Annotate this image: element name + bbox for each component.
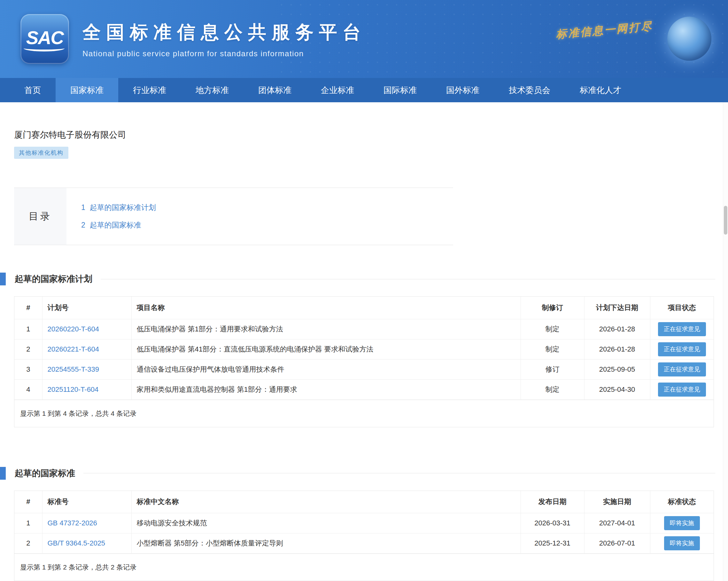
plan-no-link[interactable]: 20260220-T-604 [48,325,99,333]
project-name: 低压电涌保护器 第1部分：通用要求和试验方法 [131,319,521,339]
company-title: 厦门赛尔特电子股份有限公司 [14,129,714,141]
standard-no-link[interactable]: GB 47372-2026 [48,519,97,527]
main-nav: 首页 国家标准 行业标准 地方标准 团体标准 企业标准 国际标准 国外标准 技术… [0,78,728,102]
scrollbar-track[interactable] [723,78,728,581]
section-standards-heading: 起草的国家标准 [0,467,715,480]
row-index: 4 [15,379,42,399]
col-index: # [15,296,42,319]
toc-item-number: 2 [81,221,85,230]
site-title-cn: 全国标准信息公共服务平台 [82,20,366,45]
publish-date: 2025-12-31 [521,533,584,554]
nav-technical-committees[interactable]: 技术委员会 [494,78,565,102]
table-row: 2 GB/T 9364.5-2025 小型熔断器 第5部分：小型熔断体质量评定导… [15,533,713,554]
plans-record-count: 显示第 1 到第 4 条记录，总共 4 条记录 [15,400,713,427]
sac-logo: SAC [21,14,69,64]
revision-type: 修订 [521,359,584,379]
col-revision-type: 制修订 [521,296,584,319]
issue-date: 2026-01-28 [584,339,650,359]
col-index: # [15,491,42,513]
toc-item-plans: 1 起草的国家标准计划 [81,199,156,216]
nav-industry-standards[interactable]: 行业标准 [118,78,181,102]
plans-header-row: # 计划号 项目名称 制修订 计划下达日期 项目状态 [15,296,713,319]
col-publish-date: 发布日期 [521,491,584,513]
standard-name: 移动电源安全技术规范 [131,513,521,533]
nav-standardization-talent[interactable]: 标准化人才 [565,78,636,102]
nav-international-standards[interactable]: 国际标准 [369,78,432,102]
main-content: 厦门赛尔特电子股份有限公司 其他标准化机构 目录 1 起草的国家标准计划 2 起… [0,129,728,581]
issue-date: 2025-09-05 [584,359,650,379]
revision-type: 制定 [521,319,584,339]
revision-type: 制定 [521,339,584,359]
nav-enterprise-standards[interactable]: 企业标准 [306,78,369,102]
status-badge: 正在征求意见 [658,342,706,356]
project-name: 通信设备过电压保护用气体放电管通用技术条件 [131,359,521,379]
col-project-name: 项目名称 [131,296,521,319]
issue-date: 2026-01-28 [584,319,650,339]
globe-graphic [667,17,711,61]
project-name: 低压电涌保护器 第41部分：直流低压电源系统的电涌保护器 要求和试验方法 [131,339,521,359]
plans-table-wrap: # 计划号 项目名称 制修订 计划下达日期 项目状态 1 20260220-T-… [14,296,714,427]
col-implement-date: 实施日期 [584,491,650,513]
table-row: 1 GB 47372-2026 移动电源安全技术规范 2026-03-31 20… [15,513,713,533]
row-index: 2 [15,339,42,359]
section-plans-heading: 起草的国家标准计划 [0,272,715,285]
status-badge: 正在征求意见 [658,322,706,336]
status-badge: 正在征求意见 [658,362,706,376]
implement-date: 2026-07-01 [584,533,650,554]
standards-header-row: # 标准号 标准中文名称 发布日期 实施日期 标准状态 [15,491,713,513]
status-badge: 即将实施 [664,516,700,530]
standard-name: 小型熔断器 第5部分：小型熔断体质量评定导则 [131,533,521,554]
col-plan-no: 计划号 [42,296,131,319]
plan-no-link[interactable]: 20251120-T-604 [48,386,99,393]
issue-date: 2025-04-30 [584,379,650,399]
nav-group-standards[interactable]: 团体标准 [243,78,306,102]
plans-table: # 计划号 项目名称 制修订 计划下达日期 项目状态 1 20260220-T-… [15,296,713,400]
row-index: 1 [15,319,42,339]
standard-no-link[interactable]: GB/T 9364.5-2025 [48,539,105,547]
toc-items: 1 起草的国家标准计划 2 起草的国家标准 [67,188,156,245]
section-divider-line [83,473,715,473]
standards-table-wrap: # 标准号 标准中文名称 发布日期 实施日期 标准状态 1 GB 47372-2… [14,491,714,581]
nav-local-standards[interactable]: 地方标准 [181,78,243,102]
toc-label: 目录 [14,188,67,245]
row-index: 1 [15,513,42,533]
nav-national-standards[interactable]: 国家标准 [56,78,118,102]
table-row: 4 20251120-T-604 家用和类似用途直流电器控制器 第1部分：通用要… [15,379,713,399]
section-divider-line [101,279,715,279]
standards-record-count: 显示第 1 到第 2 条记录，总共 2 条记录 [15,554,713,581]
row-index: 3 [15,359,42,379]
status-badge: 即将实施 [664,536,700,550]
table-row: 2 20260221-T-604 低压电涌保护器 第41部分：直流低压电源系统的… [15,339,713,359]
scrollbar-thumb[interactable] [724,206,727,235]
sac-logo-text: SAC [26,27,63,51]
plan-no-link[interactable]: 20254555-T-339 [48,365,99,373]
section-accent-bar [0,272,6,285]
toc-box: 目录 1 起草的国家标准计划 2 起草的国家标准 [14,188,453,245]
toc-item-number: 1 [81,203,85,212]
plan-no-link[interactable]: 20260221-T-604 [48,345,99,353]
toc-link-plans[interactable]: 起草的国家标准计划 [90,203,156,213]
nav-foreign-standards[interactable]: 国外标准 [432,78,494,102]
table-row: 3 20254555-T-339 通信设备过电压保护用气体放电管通用技术条件 修… [15,359,713,379]
status-badge: 正在征求意见 [658,382,706,397]
revision-type: 制定 [521,379,584,399]
project-name: 家用和类似用途直流电器控制器 第1部分：通用要求 [131,379,521,399]
site-header: SAC 全国标准信息公共服务平台 National public service… [0,0,728,78]
col-issue-date: 计划下达日期 [584,296,650,319]
site-title-en: National public service platform for sta… [82,49,366,58]
standards-table: # 标准号 标准中文名称 发布日期 实施日期 标准状态 1 GB 47372-2… [15,491,713,554]
col-standard-no: 标准号 [42,491,131,513]
section-accent-bar [0,467,6,480]
org-type-badge: 其他标准化机构 [14,147,69,159]
section-plans-title: 起草的国家标准计划 [15,273,93,285]
nav-home[interactable]: 首页 [9,78,56,102]
implement-date: 2027-04-01 [584,513,650,533]
row-index: 2 [15,533,42,554]
site-titles: 全国标准信息公共服务平台 National public service pla… [82,20,366,58]
toc-link-standards[interactable]: 起草的国家标准 [90,220,141,230]
col-project-status: 项目状态 [650,296,713,319]
col-standard-status: 标准状态 [650,491,713,513]
table-row: 1 20260220-T-604 低压电涌保护器 第1部分：通用要求和试验方法 … [15,319,713,339]
col-standard-name: 标准中文名称 [131,491,521,513]
toc-item-standards: 2 起草的国家标准 [81,216,156,234]
